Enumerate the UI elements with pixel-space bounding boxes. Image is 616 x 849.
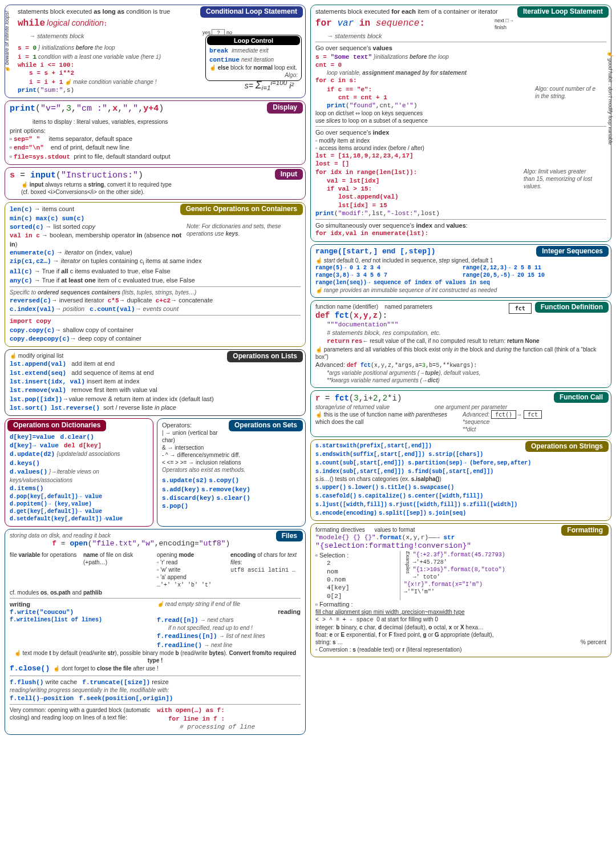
f-tell: f.tell()→position xyxy=(10,695,74,702)
d-set: d[key]=value xyxy=(10,434,55,440)
sets-rel: < <= > >= → inclusion relations xyxy=(162,459,301,466)
fmt-ex1: "{:+2.3f}".format(45.72793) xyxy=(413,552,505,558)
fmt-dir: formating directives xyxy=(315,527,365,533)
box-files: Files storing data on disk, and reading … xyxy=(5,529,306,735)
lc-else: document.write(JSON.parse(document.getEl… xyxy=(209,64,298,71)
gen-dup: c*5 xyxy=(108,297,119,304)
fmt-sign: + - space xyxy=(343,617,374,623)
gen-enum: enumerate(c) xyxy=(10,249,55,256)
gen-zip: zip(c1,c2…) xyxy=(10,258,51,265)
files-enc: document.write(JSON.parse(document.getEl… xyxy=(230,551,301,589)
box-funccall: Function Call r = fct(3,i+2,2*i) storage… xyxy=(310,390,611,437)
f-write: f.write("coucou") xyxy=(10,608,153,616)
s-clear: s.clear() xyxy=(216,495,250,502)
str-center: s.center([width,fill]) xyxy=(408,493,483,499)
str-strip: s.strip([chars]) xyxy=(428,451,483,458)
mode-a: ▫ 'a' append xyxy=(157,574,187,580)
f-close-desc: document.write(JSON.parse(document.getEl… xyxy=(53,665,158,672)
fmt-vals: values to format xyxy=(374,527,415,533)
iter-stmt: → statements block xyxy=(327,32,606,40)
display-file: file=sys.stdout xyxy=(14,153,70,160)
display-file-desc: print to file, default standard output xyxy=(74,153,170,160)
gen-sum: sum(c) xyxy=(62,215,84,222)
enum-code: for idx,val in enumerate(lst): xyxy=(315,229,606,237)
lst-extend-desc: add sequence of items at end xyxy=(71,369,153,376)
iseq-1: range(5)→ 0 1 2 3 4 xyxy=(315,265,380,271)
intseq-imm: ☝ range provides an immutable sequence o… xyxy=(315,286,606,294)
iter-loop-var-note: document.write(JSON.parse(document.getEl… xyxy=(327,69,606,76)
s-pop: s.pop() xyxy=(162,502,301,510)
gen-import: import copy xyxy=(10,317,301,325)
gen-rev-desc: → inversed iterator xyxy=(51,297,104,304)
files-reading: reading xyxy=(278,608,301,615)
gen-dup-desc: → duplicate xyxy=(119,297,152,304)
fd-adv: Advanced: xyxy=(315,361,345,368)
lst-rev: lst.reverse() xyxy=(51,405,100,411)
idx-algo: Algo: limit values greater than 15, memo… xyxy=(524,168,598,190)
d-keys: d.keys() xyxy=(10,460,40,467)
d-update: d.update(d2) xyxy=(10,451,55,458)
fmt-ex2r: →' toto' xyxy=(404,573,606,581)
lst-pop-desc: →value remove & return item at index idx… xyxy=(62,395,213,402)
iseq-4: range(20,5,-5)→ 20 15 10 xyxy=(463,272,545,278)
display-options: print options: xyxy=(10,127,301,135)
box-intseq: Integer Sequences range([start,] end [,s… xyxy=(310,244,611,298)
gen-shallow: copy.copy(c) xyxy=(10,327,55,334)
fmt-ex-label: Examples xyxy=(404,551,411,574)
title-files: Files xyxy=(276,531,303,542)
files-var: document.write(JSON.parse(document.getEl… xyxy=(10,551,80,589)
str-swap: s.swapcase() xyxy=(413,484,454,491)
gen-idx: c.index(val) xyxy=(10,306,55,313)
cond-loop-note: ☝ make condition variable change ! xyxy=(64,79,156,85)
gen-ordered-note: document.write(JSON.parse(document.getEl… xyxy=(10,289,301,296)
fmt-string: document.write(JSON.parse(document.getEl… xyxy=(315,639,343,645)
files-writing: writing xyxy=(10,601,30,608)
iter-print: print("found",cnt,"'e'") xyxy=(327,102,606,110)
fd-fname: function name (identifier) xyxy=(315,304,378,310)
fd-doc: """documentation""" xyxy=(327,321,606,329)
input-note2: (cf. boxed <i>Conversions</i> on the oth… xyxy=(21,188,301,196)
str-part: s.partition(sep)→ (before,sep,after) xyxy=(408,460,531,466)
cond-init-note: document.write(JSON.parse(document.getEl… xyxy=(42,45,115,51)
iter-index-title: document.write(JSON.parse(document.getEl… xyxy=(315,128,606,136)
box-generic-ops: Generic Operations on Containers len(c) … xyxy=(5,202,306,347)
f-readlines-desc: → list of next lines xyxy=(219,633,265,639)
cond-body2: i = i + 1 xyxy=(29,79,63,86)
display-sep: sep=" " xyxy=(14,136,40,143)
fmt-sel: ▫ Selection : xyxy=(315,551,396,559)
gen-any: any(c) xyxy=(10,277,33,284)
title-loop-control: Loop Control xyxy=(207,36,300,45)
str-lj: s.ljust([width,fill]) xyxy=(315,502,387,508)
iter-for: for c in s: xyxy=(315,76,606,84)
fmt-syntax: "{selection:formatting!conversion}" xyxy=(315,541,606,551)
gen-dict-note: document.write(JSON.parse(document.getEl… xyxy=(187,223,301,237)
lst-remove: lst.remove(val) xyxy=(10,387,66,394)
iter-slice-note: document.write(JSON.parse(document.getEl… xyxy=(315,117,606,124)
f-writelines: f.writelines(list of lines) xyxy=(10,616,153,624)
fd-return-desc: document.write(JSON.parse(document.getEl… xyxy=(362,338,539,344)
display-desc: items to display : literal values, varia… xyxy=(33,118,301,126)
str-title: s.title() xyxy=(380,484,411,491)
title-sets: Operations on Sets xyxy=(229,420,303,431)
iter-if: if c == "e": xyxy=(327,86,372,93)
title-lists: Operations on Lists xyxy=(227,351,303,362)
d-clear: d.clear() xyxy=(60,434,94,440)
box-display: Display print("v=",3,"cm :",x,",",y+4) i… xyxy=(5,100,306,165)
f-read-n: if n not specified, read up to end ! xyxy=(168,624,301,632)
fd-params-note: document.write(JSON.parse(document.getEl… xyxy=(315,346,606,361)
s-add: s.add(key) xyxy=(162,486,200,493)
cond-init-s: s = 0 xyxy=(18,45,37,51)
str-split: s.split([sep]) xyxy=(379,510,427,516)
fc-seq: *sequence xyxy=(463,419,489,425)
fmt-s2: 2 xyxy=(327,559,396,567)
box-conditional-loop: Conditional Loop Statement ☝ beware of i… xyxy=(5,5,306,98)
box-strings: Operations on Strings s.startswith(prefi… xyxy=(310,439,611,521)
iseq-2: range(2,12,3)→ 2 5 8 11 xyxy=(463,265,541,271)
fmt-s0nom: 0.nom xyxy=(327,576,396,584)
f-readline-desc: → next line xyxy=(204,642,232,648)
gen-cnt: c.count(val) xyxy=(90,306,135,313)
mode-r: ▫ 'r' read xyxy=(157,559,177,565)
fmt-ex3r: →'"I\'m"' xyxy=(404,588,606,596)
box-funcdef: Function Definition function name (ident… xyxy=(310,300,611,388)
title-dicts: Operations on Dictionaries xyxy=(7,420,106,431)
